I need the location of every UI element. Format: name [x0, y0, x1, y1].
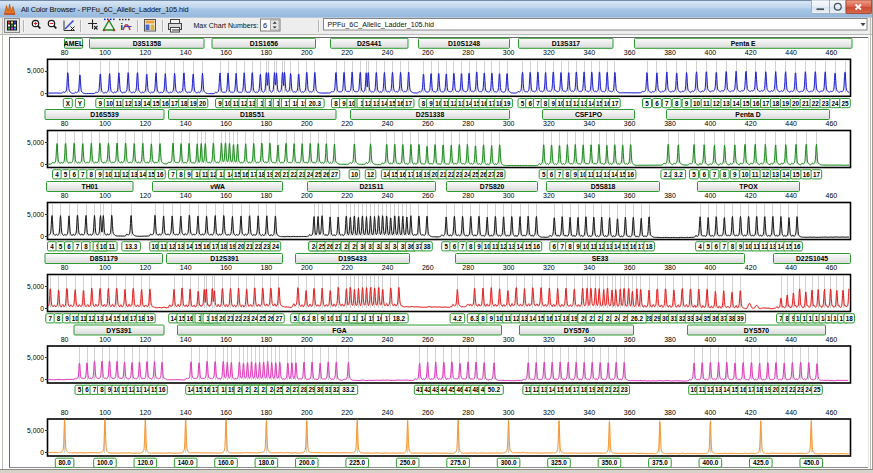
svg-text:360: 360 — [624, 120, 636, 127]
svg-text:18: 18 — [180, 100, 188, 107]
svg-text:18.2: 18.2 — [393, 315, 406, 322]
svg-text:140.0: 140.0 — [178, 459, 194, 466]
svg-text:300: 300 — [503, 409, 515, 416]
svg-text:280: 280 — [462, 192, 474, 199]
svg-text:360: 360 — [624, 192, 636, 199]
svg-text:9: 9 — [342, 100, 346, 107]
svg-text:8: 8 — [566, 171, 570, 178]
svg-text:0: 0 — [40, 449, 44, 456]
svg-text:24: 24 — [272, 243, 280, 250]
svg-text:380: 380 — [664, 120, 676, 127]
svg-text:7: 7 — [723, 243, 727, 250]
svg-text:D3S1358: D3S1358 — [133, 40, 162, 47]
svg-text:280: 280 — [462, 49, 474, 56]
svg-text:240: 240 — [382, 120, 394, 127]
svg-text:200: 200 — [301, 49, 313, 56]
svg-text:11: 11 — [108, 243, 115, 250]
svg-text:5,000: 5,000 — [27, 427, 44, 434]
svg-text:140: 140 — [180, 336, 192, 343]
svg-text:16: 16 — [156, 171, 164, 178]
svg-text:100: 100 — [99, 192, 111, 199]
svg-text:140: 140 — [180, 264, 192, 271]
svg-text:400: 400 — [705, 120, 717, 127]
svg-text:240: 240 — [382, 409, 394, 416]
svg-text:80: 80 — [61, 264, 69, 271]
svg-text:5: 5 — [64, 171, 68, 178]
svg-text:180: 180 — [261, 409, 273, 416]
svg-text:120: 120 — [139, 49, 151, 56]
svg-text:9: 9 — [552, 100, 556, 107]
svg-text:180: 180 — [261, 264, 273, 271]
svg-text:14: 14 — [782, 171, 790, 178]
svg-text:11: 11 — [160, 243, 167, 250]
svg-text:440: 440 — [785, 336, 797, 343]
svg-text:80: 80 — [61, 336, 69, 343]
svg-text:27: 27 — [275, 315, 283, 322]
svg-text:260: 260 — [422, 49, 434, 56]
svg-text:9: 9 — [490, 315, 494, 322]
svg-text:80: 80 — [61, 192, 69, 199]
svg-text:160: 160 — [220, 192, 232, 199]
svg-text:9: 9 — [685, 100, 689, 107]
svg-text:11: 11 — [752, 171, 759, 178]
svg-text:360: 360 — [624, 409, 636, 416]
svg-text:D22S1045: D22S1045 — [796, 255, 828, 262]
svg-text:400: 400 — [705, 49, 717, 56]
svg-text:260: 260 — [422, 264, 434, 271]
svg-text:16: 16 — [533, 243, 541, 250]
svg-text:23: 23 — [822, 100, 830, 107]
svg-text:28: 28 — [496, 171, 504, 178]
svg-text:FGA: FGA — [332, 327, 346, 334]
svg-text:50.2: 50.2 — [488, 386, 501, 393]
svg-text:9: 9 — [98, 171, 102, 178]
svg-text:8: 8 — [312, 315, 316, 322]
svg-text:460: 460 — [826, 409, 838, 416]
svg-text:0: 0 — [40, 376, 44, 383]
svg-text:300: 300 — [503, 120, 515, 127]
svg-text:180: 180 — [261, 192, 273, 199]
svg-text:320: 320 — [543, 192, 555, 199]
svg-text:350.0: 350.0 — [602, 459, 618, 466]
svg-text:420: 420 — [745, 409, 757, 416]
svg-text:160: 160 — [220, 120, 232, 127]
svg-text:24: 24 — [832, 100, 840, 107]
svg-text:420: 420 — [745, 192, 757, 199]
svg-text:160: 160 — [220, 49, 232, 56]
svg-text:i: i — [121, 22, 124, 32]
svg-text:7: 7 — [76, 243, 80, 250]
svg-text:280: 280 — [462, 409, 474, 416]
svg-text:360: 360 — [624, 49, 636, 56]
svg-text:D7S820: D7S820 — [480, 183, 505, 190]
svg-text:120: 120 — [139, 409, 151, 416]
svg-text:16: 16 — [752, 100, 760, 107]
svg-text:38: 38 — [423, 243, 431, 250]
svg-text:19: 19 — [504, 100, 512, 107]
svg-text:440: 440 — [785, 120, 797, 127]
svg-text:380: 380 — [664, 192, 676, 199]
svg-text:D10S1248: D10S1248 — [448, 40, 480, 47]
svg-text:9: 9 — [218, 100, 222, 107]
svg-text:375.0: 375.0 — [652, 459, 668, 466]
svg-text:120: 120 — [139, 192, 151, 199]
svg-text:220: 220 — [341, 264, 353, 271]
svg-text:TH01: TH01 — [81, 183, 98, 190]
svg-text:8: 8 — [84, 243, 88, 250]
svg-text:15: 15 — [152, 100, 160, 107]
svg-text:280: 280 — [462, 264, 474, 271]
svg-text:440: 440 — [785, 49, 797, 56]
svg-text:9: 9 — [187, 171, 191, 178]
svg-text:14: 14 — [143, 100, 151, 107]
svg-text:340: 340 — [583, 120, 595, 127]
svg-text:D2S1338: D2S1338 — [416, 111, 445, 118]
svg-text:300: 300 — [503, 192, 515, 199]
svg-text:18: 18 — [846, 315, 854, 322]
svg-text:160: 160 — [220, 336, 232, 343]
svg-text:7: 7 — [558, 171, 562, 178]
svg-text:AMEL: AMEL — [64, 40, 83, 47]
svg-text:7: 7 — [560, 243, 564, 250]
svg-text:9: 9 — [108, 386, 112, 393]
svg-text:320: 320 — [543, 264, 555, 271]
svg-text:200: 200 — [301, 336, 313, 343]
svg-text:9: 9 — [574, 171, 578, 178]
svg-text:4.2: 4.2 — [453, 315, 462, 322]
